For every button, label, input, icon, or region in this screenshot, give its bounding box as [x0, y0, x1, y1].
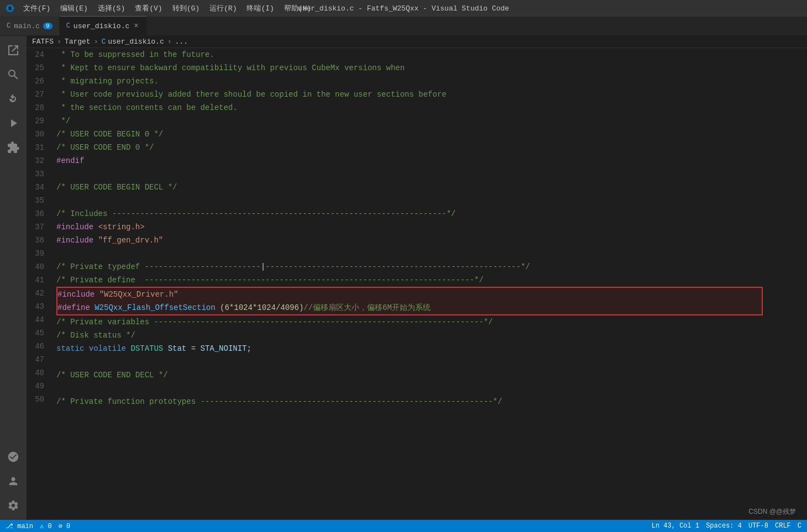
editor-area: FATFS › Target › C user_diskio.c › ... 2…: [27, 36, 807, 520]
activity-item-settings[interactable]: [3, 496, 23, 515]
menu-terminal[interactable]: 终端(I): [242, 2, 278, 14]
activity-item-source-control[interactable]: [3, 89, 23, 109]
tab-close-button[interactable]: ×: [133, 20, 139, 31]
activity-item-extensions[interactable]: [3, 138, 23, 157]
menu-run[interactable]: 运行(R): [205, 2, 241, 14]
menu-view[interactable]: 查看(V): [130, 2, 166, 14]
highlight-block: #include "W25Qxx_Driver.h" #define W25Qx…: [56, 287, 763, 315]
title-bar-menu[interactable]: 文件(F) 编辑(E) 选择(S) 查看(V) 转到(G) 运行(R) 终端(I…: [19, 2, 316, 14]
code-line-24: * To be suppressed in the future.: [56, 48, 763, 61]
activity-item-account[interactable]: [3, 471, 23, 491]
activity-item-explorer[interactable]: [3, 40, 23, 60]
code-line-27: * User code previously added there shoul…: [56, 88, 763, 101]
tab-bar: C main.c 9 C user_diskio.c ×: [0, 17, 807, 36]
status-bar-right: Ln 43, Col 1 Spaces: 4 UTF-8 CRLF C: [652, 522, 801, 530]
breadcrumb-more[interactable]: ...: [175, 38, 188, 46]
line-numbers: 24 25 26 27 28 29 30 31 32 33 34 35 36 3…: [27, 48, 54, 520]
status-position[interactable]: Ln 43, Col 1: [652, 522, 699, 530]
status-bar: ⎇ main ⚠ 0 ⊘ 0 Ln 43, Col 1 Spaces: 4 UT…: [0, 520, 807, 532]
window-title: user_diskio.c - Fatfs_W25Qxx - Visual St…: [298, 4, 509, 13]
code-line-40: /* Private typedef ---------------------…: [56, 260, 763, 273]
code-line-33: [56, 167, 763, 181]
breadcrumb-file[interactable]: user_diskio.c: [108, 38, 164, 46]
activity-bar: [0, 36, 27, 520]
code-line-25: * Kept to ensure backward compatibility …: [56, 61, 763, 75]
title-bar: 文件(F) 编辑(E) 选择(S) 查看(V) 转到(G) 运行(R) 终端(I…: [0, 0, 807, 17]
code-line-35: [56, 194, 763, 207]
tab-user-diskio-c[interactable]: C user_diskio.c ×: [60, 16, 146, 35]
status-spaces[interactable]: Spaces: 4: [706, 522, 742, 530]
minimap-content: [763, 48, 807, 50]
status-encoding[interactable]: UTF-8: [748, 522, 768, 530]
main-layout: FATFS › Target › C user_diskio.c › ... 2…: [0, 36, 807, 520]
code-line-32: #endif: [56, 154, 763, 167]
status-branch[interactable]: ⎇ main: [6, 522, 33, 530]
code-line-50: /* Private function prototypes ---------…: [56, 395, 763, 408]
vscode-icon: [6, 4, 14, 13]
menu-file[interactable]: 文件(F): [19, 2, 55, 14]
code-line-46: static volatile DSTATUS Stat = STA_NOINI…: [56, 342, 763, 355]
activity-bottom: [3, 447, 23, 515]
tab-badge-main-c: 9: [43, 23, 53, 29]
code-line-39: [56, 247, 763, 260]
tab-main-c[interactable]: C main.c 9: [0, 16, 60, 35]
activity-item-run[interactable]: [3, 113, 23, 133]
breadcrumb-target[interactable]: Target: [65, 38, 91, 46]
code-line-37: #include <string.h>: [56, 220, 763, 234]
tab-icon-main: C: [7, 22, 11, 30]
code-line-26: * migrating projects.: [56, 75, 763, 88]
code-line-28: * the section contents can be deleted.: [56, 101, 763, 114]
code-line-42: #include "W25Qxx_Driver.h": [57, 288, 762, 301]
tab-label-user-diskio: user_diskio.c: [74, 22, 129, 30]
title-bar-left: 文件(F) 编辑(E) 选择(S) 查看(V) 转到(G) 运行(R) 终端(I…: [6, 2, 316, 14]
breadcrumb-sep-1: ›: [57, 38, 61, 46]
menu-edit[interactable]: 编辑(E): [56, 2, 92, 14]
status-warnings[interactable]: ⊘ 0: [59, 522, 71, 530]
code-line-36: /* Includes ----------------------------…: [56, 207, 763, 220]
code-line-43: #define W25Qxx_Flash_OffsetSection (6*10…: [57, 301, 762, 314]
breadcrumb-file-icon: C: [101, 38, 106, 46]
activity-item-remote[interactable]: [3, 447, 23, 467]
code-line-48: /* USER CODE END DECL */: [56, 368, 763, 382]
code-line-49: [56, 382, 763, 395]
minimap: [763, 48, 807, 520]
breadcrumb-fatfs[interactable]: FATFS: [32, 38, 54, 46]
csdn-watermark: CSDN @@残梦: [748, 507, 796, 517]
menu-goto[interactable]: 转到(G): [168, 2, 204, 14]
menu-select[interactable]: 选择(S): [93, 2, 129, 14]
code-line-29: */: [56, 114, 763, 128]
code-line-44: /* Private variables -------------------…: [56, 315, 763, 329]
code-line-34: /* USER CODE BEGIN DECL */: [56, 181, 763, 194]
status-line-ending[interactable]: CRLF: [775, 522, 791, 530]
code-editor[interactable]: 24 25 26 27 28 29 30 31 32 33 34 35 36 3…: [27, 48, 807, 520]
status-language[interactable]: C: [798, 522, 801, 530]
breadcrumb-sep-3: ›: [167, 38, 172, 46]
status-bar-left: ⎇ main ⚠ 0 ⊘ 0: [6, 522, 70, 530]
code-line-31: /* USER CODE END 0 */: [56, 141, 763, 154]
code-line-45: /* Disk status */: [56, 329, 763, 342]
status-errors[interactable]: ⚠ 0: [40, 522, 52, 530]
code-line-30: /* USER CODE BEGIN 0 */: [56, 128, 763, 141]
code-line-41: /* Private define ----------------------…: [56, 273, 763, 287]
tab-label-main-c: main.c: [14, 22, 40, 30]
breadcrumb: FATFS › Target › C user_diskio.c › ...: [27, 36, 807, 48]
activity-item-search[interactable]: [3, 65, 23, 85]
code-line-47: [56, 355, 763, 368]
breadcrumb-sep-2: ›: [94, 38, 98, 46]
tab-icon-user-diskio: C: [66, 22, 70, 30]
code-line-38: #include "ff_gen_drv.h": [56, 234, 763, 247]
code-content: * To be suppressed in the future. * Kept…: [54, 48, 763, 520]
